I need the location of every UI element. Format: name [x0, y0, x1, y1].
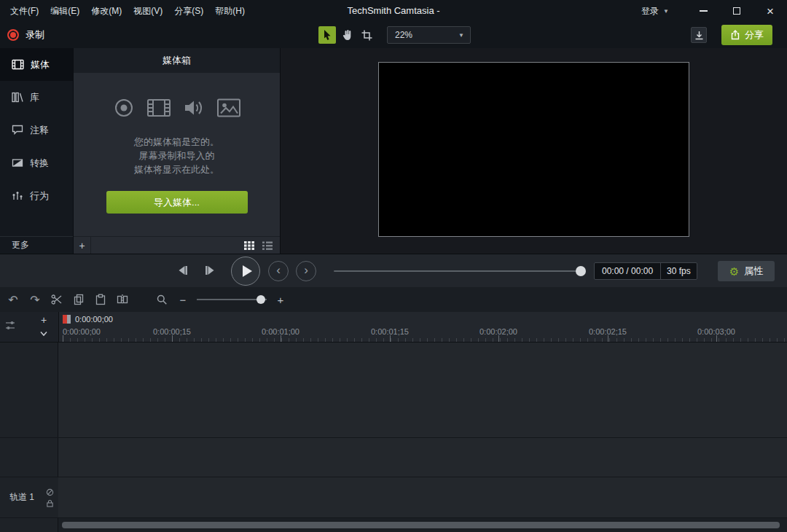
track-1-header[interactable]: 轨道 1: [0, 477, 58, 517]
media-bin-title: 媒体箱: [163, 54, 191, 67]
canvas-area: [281, 48, 787, 254]
next-frame-button[interactable]: [204, 265, 217, 276]
menu-modify[interactable]: 修改(M): [85, 0, 128, 22]
record-button[interactable]: 录制: [7, 22, 44, 48]
copy-icon: [73, 294, 85, 305]
media-bin-body: 您的媒体箱是空的。 屏幕录制和导入的 媒体将显示在此处。 导入媒体...: [74, 73, 280, 236]
ruler-major-tick: [390, 335, 391, 342]
maximize-button[interactable]: [720, 0, 753, 22]
add-media-button[interactable]: +: [74, 237, 91, 254]
chevron-down-icon: [39, 331, 48, 337]
track-menu-button[interactable]: [36, 327, 51, 340]
timeline-ruler-row: + 0:00:00;00 0:00:00;00 0:00:00;15: [0, 312, 787, 343]
cursor-icon: [322, 29, 332, 41]
properties-button[interactable]: ⚙ 属性: [718, 261, 775, 281]
redo-button[interactable]: ↷: [28, 292, 42, 307]
behaviors-icon: [12, 190, 23, 201]
ruler-major-tick: [172, 335, 173, 342]
paste-button[interactable]: [93, 292, 108, 307]
library-icon: [12, 92, 23, 103]
sidebar-item-transitions[interactable]: 转换: [0, 146, 73, 179]
timeline-tracks-area[interactable]: 轨道 1: [0, 343, 787, 532]
undo-button[interactable]: ↶: [6, 292, 20, 307]
sidebar-item-label: 媒体: [31, 58, 50, 71]
track-lock-icon[interactable]: [46, 499, 54, 507]
window-controls: 登录 ▼ ×: [641, 0, 787, 22]
timeline-zoom-in-button[interactable]: +: [275, 294, 286, 306]
paste-icon: [95, 294, 106, 305]
ruler-tick-label: 0:00:01;00: [262, 327, 299, 336]
signin-menu[interactable]: 登录 ▼: [641, 5, 669, 17]
sidebar-item-more[interactable]: 更多: [0, 236, 73, 254]
sidebar-item-behaviors[interactable]: 行为: [0, 179, 73, 212]
menu-edit[interactable]: 编辑(E): [44, 0, 85, 22]
canvas-preview[interactable]: [378, 62, 689, 237]
playhead-out-marker[interactable]: [67, 315, 71, 324]
main-area: 媒体 库 注释 转换: [0, 48, 787, 254]
import-media-button[interactable]: 导入媒体...: [106, 191, 248, 214]
ruler-major-tick: [281, 335, 281, 342]
playhead[interactable]: 0:00:00;00: [63, 315, 113, 324]
copy-button[interactable]: [71, 292, 86, 307]
cut-button[interactable]: [50, 292, 64, 307]
menu-share[interactable]: 分享(S): [168, 0, 209, 22]
play-button[interactable]: [231, 257, 260, 286]
menu-help[interactable]: 帮助(H): [209, 0, 251, 22]
sidebar-item-media[interactable]: 媒体: [0, 48, 73, 81]
empty-text-line: 屏幕录制和导入的: [134, 149, 219, 163]
share-button[interactable]: 分享: [721, 25, 772, 45]
list-view-button[interactable]: [262, 240, 273, 251]
ruler-major-tick: [716, 335, 717, 342]
ruler-major-tick: [498, 335, 499, 342]
track-disable-icon[interactable]: [46, 488, 54, 496]
jump-back-button[interactable]: ‹: [268, 261, 289, 281]
record-circle-icon: [113, 97, 135, 119]
sidebar: 媒体 库 注释 转换: [0, 48, 73, 254]
menu-view[interactable]: 视图(V): [128, 0, 168, 22]
track-options-icon[interactable]: [5, 319, 15, 332]
sidebar-item-label: 库: [30, 91, 39, 104]
seek-slider[interactable]: [334, 270, 584, 272]
close-button[interactable]: ×: [753, 0, 787, 22]
view-toggles: [243, 240, 280, 251]
download-button[interactable]: [691, 27, 707, 43]
record-label: 录制: [26, 28, 44, 42]
timeline-zoom-slider[interactable]: [197, 299, 267, 300]
speaker-icon: [183, 98, 205, 118]
sidebar-item-annotations[interactable]: 注释: [0, 114, 73, 146]
zoom-level-select[interactable]: 22% ▼: [387, 26, 471, 44]
split-button[interactable]: [115, 292, 130, 307]
menu-items: 文件(F) 编辑(E) 修改(M) 视图(V) 分享(S) 帮助(H): [4, 0, 251, 22]
horizontal-scrollbar[interactable]: [62, 522, 780, 528]
time-display: 00:00 / 00:00: [595, 263, 660, 279]
timeline-ruler-gutter: +: [0, 312, 58, 343]
grid-view-button[interactable]: [243, 240, 255, 251]
media-icon: [12, 59, 24, 70]
time-display-box: 00:00 / 00:00 30 fps: [594, 262, 697, 280]
timeline-zoom-out-button[interactable]: −: [177, 294, 189, 306]
sidebar-item-label: 行为: [30, 189, 49, 203]
seek-slider-handle[interactable]: [576, 266, 586, 276]
minimize-button[interactable]: [686, 0, 720, 22]
timeline-edit-tools: ↶ ↷: [0, 292, 130, 307]
annotation-icon: [12, 125, 23, 136]
add-track-button[interactable]: +: [36, 313, 51, 326]
ruler-tick-label: 0:00:02;15: [589, 327, 627, 336]
cursor-tool-button[interactable]: [318, 26, 336, 44]
media-bin-panel: 媒体箱 您的媒体箱: [73, 48, 281, 254]
zoom-level-value: 22%: [395, 30, 412, 40]
hand-icon: [342, 29, 353, 41]
sidebar-item-library[interactable]: 库: [0, 81, 73, 114]
split-icon: [117, 294, 128, 305]
empty-text-line: 媒体将显示在此处。: [134, 163, 219, 176]
menu-file[interactable]: 文件(F): [4, 0, 44, 22]
jump-forward-button[interactable]: ›: [296, 261, 316, 281]
chevron-left-icon: ‹: [276, 263, 281, 278]
crop-tool-button[interactable]: [358, 26, 375, 44]
track-divider: [0, 477, 787, 477]
pan-tool-button[interactable]: [338, 26, 356, 44]
menu-bar: 文件(F) 编辑(E) 修改(M) 视图(V) 分享(S) 帮助(H) Tech…: [0, 0, 787, 22]
timeline-zoom-slider-handle[interactable]: [257, 295, 265, 304]
previous-frame-button[interactable]: [176, 265, 189, 276]
timeline-ruler[interactable]: 0:00:00;00 0:00:00;00 0:00:00;15 0:00:01…: [58, 312, 787, 343]
